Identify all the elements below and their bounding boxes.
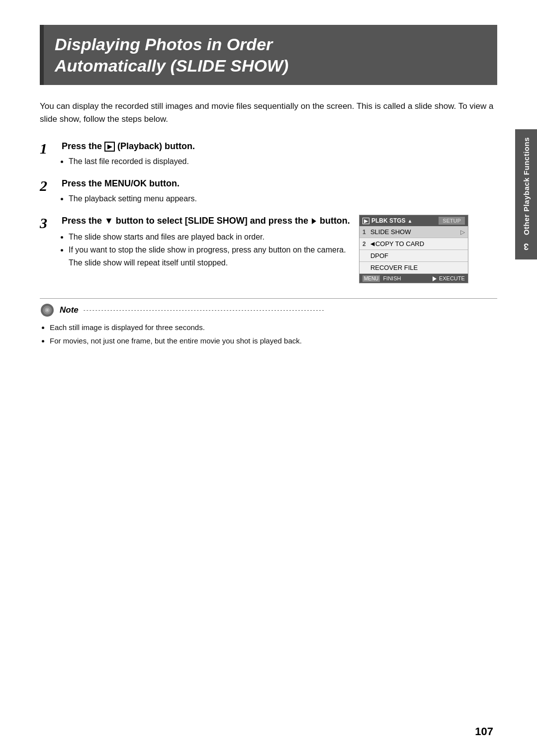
note-icon <box>40 303 55 318</box>
right-arrow-footer-icon <box>433 276 437 281</box>
menu-row-3-label: DPOF <box>370 252 465 259</box>
menu-screenshot: ▶ PLBK STGS ▲ SETUP 1 SLIDE SHOW ▷ <box>359 215 468 283</box>
menu-row-4-label: RECOVER FILE <box>370 264 465 271</box>
playback-icon: ▶ <box>104 142 115 152</box>
step-1-bullets: The last file recorded is displayed. <box>69 156 497 168</box>
step-1-title: Press the ▶ (Playback) button. <box>62 140 497 153</box>
menu-row-3: DPOF <box>359 250 468 262</box>
side-tab-number: 3 <box>524 241 529 252</box>
menu-row-1-num: 1 <box>362 229 370 236</box>
step-2-content: Press the MENU/OK button. The playback s… <box>62 177 497 206</box>
step-3-layout: Press the ▼ button to select [SLIDE SHOW… <box>62 215 468 283</box>
menu-row-2-label: COPY TO CARD <box>375 240 465 248</box>
step-2-title: Press the MENU/OK button. <box>62 177 497 190</box>
intro-text: You can display the recorded still image… <box>40 100 497 126</box>
menu-header-left: ▶ PLBK STGS ▲ <box>362 217 413 224</box>
menu-footer-left: MENU FINISH <box>362 275 401 281</box>
menu-icon: MENU <box>362 275 380 282</box>
note-bullets: Each still image is displayed for three … <box>50 322 497 347</box>
step-1: 1 Press the ▶ (Playback) button. The las… <box>40 140 497 168</box>
step-3-text: Press the ▼ button to select [SLIDE SHOW… <box>62 215 350 270</box>
side-tab: 3 Other Playback Functions <box>515 129 537 259</box>
page-number: 107 <box>475 725 493 738</box>
step-3-bullet-1: The slide show starts and files are play… <box>69 231 350 243</box>
right-arrow-icon <box>312 218 316 224</box>
note-bullet-2: For movies, not just one frame, but the … <box>50 335 497 346</box>
step-2-bullets: The playback setting menu appears. <box>69 193 497 205</box>
step-2-number: 2 <box>40 177 56 194</box>
page-title: Displaying Photos in Order Automatically… <box>55 34 486 76</box>
svg-point-3 <box>46 309 48 311</box>
note-section: Note -----------------------------------… <box>40 298 497 347</box>
step-3-bullets: The slide show starts and files are play… <box>69 231 350 269</box>
title-header: Displaying Photos in Order Automatically… <box>40 25 497 85</box>
step-1-number: 1 <box>40 140 56 157</box>
step-3-number: 3 <box>40 215 56 231</box>
play-icon-small: ▶ <box>362 218 369 224</box>
menu-footer-right: EXECUTE <box>432 275 465 281</box>
page-container: Displaying Photos in Order Automatically… <box>0 0 537 756</box>
step-3-bullet-2: If you want to stop the slide show in pr… <box>69 244 350 256</box>
menu-header: ▶ PLBK STGS ▲ SETUP <box>359 215 468 226</box>
copy-icon: ◀ <box>370 241 374 247</box>
step-1-bullet-1: The last file recorded is displayed. <box>69 156 497 168</box>
up-arrow-icon: ▲ <box>408 218 413 224</box>
menu-row-2: 2 ◀ COPY TO CARD <box>359 238 468 250</box>
menu-row-2-num: 2 <box>362 241 370 248</box>
note-dashes: ----------------------------------------… <box>84 307 497 314</box>
step-3-title: Press the ▼ button to select [SLIDE SHOW… <box>62 215 350 227</box>
menu-footer: MENU FINISH EXECUTE <box>359 274 468 283</box>
step-2: 2 Press the MENU/OK button. The playback… <box>40 177 497 206</box>
step-1-content: Press the ▶ (Playback) button. The last … <box>62 140 497 168</box>
menu-row-1-arrow: ▷ <box>460 229 465 236</box>
step-3-bullet-3: The slide show will repeat itself until … <box>62 257 350 269</box>
step-3: 3 Press the ▼ button to select [SLIDE SH… <box>40 215 497 283</box>
step-3-content: Press the ▼ button to select [SLIDE SHOW… <box>62 215 468 283</box>
menu-setup-tab: SETUP <box>439 217 465 225</box>
step-2-bullet-1: The playback setting menu appears. <box>69 193 497 205</box>
side-tab-label: Other Playback Functions <box>522 137 531 235</box>
note-label: Note <box>60 305 79 315</box>
note-header: Note -----------------------------------… <box>40 303 497 318</box>
menu-row-1: 1 SLIDE SHOW ▷ <box>359 226 468 238</box>
note-bullet-1: Each still image is displayed for three … <box>50 322 497 333</box>
menu-row-1-label: SLIDE SHOW <box>370 228 460 236</box>
menu-row-4: RECOVER FILE <box>359 262 468 274</box>
